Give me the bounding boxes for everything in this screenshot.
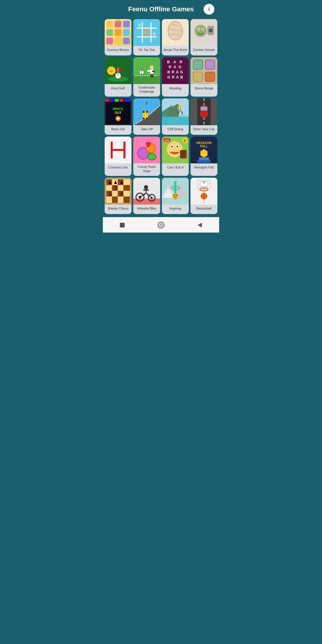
nav-home-button[interactable] xyxy=(157,221,165,229)
game-card-cliff-diving[interactable]: Cliff Diving xyxy=(162,98,189,135)
svg-point-113 xyxy=(171,146,173,148)
game-thumb-take-off: 2 xyxy=(133,98,160,125)
game-thumb-stone-merge xyxy=(191,57,217,84)
svg-rect-0 xyxy=(106,21,113,28)
game-thumb-basketball: 4 Superb xyxy=(191,178,217,205)
game-label-can-eat-it: Can I Eat It xyxy=(162,163,189,172)
game-card-brick-out[interactable]: BRICK OUT Brick Out xyxy=(105,98,131,135)
svg-rect-139 xyxy=(123,196,130,203)
svg-rect-60 xyxy=(105,99,109,102)
svg-rect-39 xyxy=(133,76,160,84)
svg-rect-55 xyxy=(205,60,215,69)
svg-point-28 xyxy=(202,29,203,30)
svg-text:4: 4 xyxy=(203,180,205,185)
svg-rect-61 xyxy=(110,99,114,102)
svg-point-92 xyxy=(206,116,208,118)
svg-rect-46 xyxy=(152,74,154,77)
game-label-zombie-smash: Zombie Smash xyxy=(191,46,217,54)
game-label-connect-line: Connect Line xyxy=(105,163,131,172)
game-thumb-break-the-brick xyxy=(162,19,189,46)
svg-rect-57 xyxy=(205,72,215,82)
game-label-foot-golf: Foot Golf xyxy=(105,84,131,92)
game-label-cliff-diving: Cliff Diving xyxy=(162,125,189,134)
game-card-gummy-blocks[interactable]: 🌈 Gummy Blocks xyxy=(105,19,131,55)
svg-text:HEXAGON: HEXAGON xyxy=(196,141,211,145)
svg-text:B A R: B A R xyxy=(167,60,183,64)
svg-point-27 xyxy=(198,29,199,30)
game-card-tic-tac-toe[interactable]: X X Tic Tac Toe xyxy=(133,19,160,55)
game-thumb-brick-out: BRICK OUT xyxy=(105,98,131,125)
svg-point-182 xyxy=(160,224,162,226)
svg-point-72 xyxy=(146,111,148,113)
svg-rect-78 xyxy=(162,117,189,125)
svg-rect-7 xyxy=(115,38,122,44)
svg-point-79 xyxy=(179,103,182,106)
app-title: Feenu Offline Games xyxy=(128,5,194,13)
svg-text:BRICK: BRICK xyxy=(113,107,123,111)
game-thumb-goalkeeper-challenge xyxy=(133,57,160,84)
game-card-connect-line[interactable]: Connect Line xyxy=(105,137,131,176)
game-thumb-can-eat-it: NEW 4 xyxy=(162,137,189,163)
game-card-can-eat-it[interactable]: NEW 4 Can I Eat It xyxy=(162,137,189,176)
svg-rect-64 xyxy=(124,99,131,102)
game-card-zombie-smash[interactable]: Zombie Smash xyxy=(191,19,217,55)
svg-rect-56 xyxy=(193,72,203,82)
svg-text:NEW: NEW xyxy=(165,139,169,141)
game-card-wheelie-bike[interactable]: Wheelie Bike xyxy=(133,178,160,214)
game-card-stone-merge[interactable]: Stone Merge xyxy=(191,57,217,97)
game-card-hexagon-fall[interactable]: HEXAGON FALL Hexagon Fall xyxy=(191,137,217,176)
game-thumb-connect-line xyxy=(105,137,131,163)
app-header: Feenu Offline Games i xyxy=(103,0,219,17)
game-label-goalkeeper-challenge: Goalkeeper Challenge xyxy=(133,84,160,95)
svg-point-169 xyxy=(174,194,175,196)
nav-back-button[interactable] xyxy=(196,221,204,229)
svg-rect-128 xyxy=(199,157,209,160)
svg-rect-10 xyxy=(133,19,160,46)
svg-point-89 xyxy=(199,105,202,107)
svg-rect-2 xyxy=(123,21,130,28)
nav-square-button[interactable] xyxy=(118,221,126,229)
svg-point-71 xyxy=(143,111,145,113)
svg-point-73 xyxy=(143,117,145,120)
games-grid: 🌈 Gummy Blocks X X Tic Tac Toe xyxy=(103,17,219,217)
svg-point-181 xyxy=(158,222,164,228)
info-button[interactable]: i xyxy=(204,4,214,15)
game-card-basketball[interactable]: 4 Superb Basketball xyxy=(191,178,217,214)
svg-text:FALL: FALL xyxy=(200,145,208,148)
game-label-take-off: Take Off xyxy=(133,125,160,134)
svg-rect-137 xyxy=(123,185,130,191)
svg-rect-45 xyxy=(150,74,152,77)
game-card-take-off[interactable]: 2 Take Off xyxy=(133,98,160,135)
navigation-bar xyxy=(103,217,219,233)
svg-point-157 xyxy=(144,185,148,189)
game-card-hophop[interactable]: HopHop xyxy=(162,178,189,214)
svg-rect-43 xyxy=(147,70,150,72)
game-card-break-the-brick[interactable]: Break The Brick xyxy=(162,19,189,55)
svg-text:♙: ♙ xyxy=(108,191,112,196)
game-label-hexagon-fall: Hexagon Fall xyxy=(191,163,217,172)
game-label-basketball: Basketball xyxy=(191,205,217,213)
game-card-master-chess[interactable]: ♟ ♟ ♟ ♙ ♙ ♔ Master Chess xyxy=(105,178,131,214)
game-card-foot-golf[interactable]: FG Foot Golf xyxy=(105,57,131,97)
svg-text:B R A G: B R A G xyxy=(167,70,183,74)
svg-point-91 xyxy=(199,116,202,118)
svg-rect-54 xyxy=(193,60,203,69)
game-thumb-gummy-blocks: 🌈 xyxy=(105,19,131,46)
svg-marker-127 xyxy=(201,149,208,157)
game-label-stone-merge: Stone Merge xyxy=(191,84,217,92)
game-card-candy-rush-saga[interactable]: Candy Rush Saga xyxy=(133,137,160,176)
svg-text:X: X xyxy=(153,32,155,36)
game-card-goalkeeper-challenge[interactable]: Goalkeeper Challenge xyxy=(133,57,160,97)
svg-rect-88 xyxy=(201,106,208,111)
svg-point-168 xyxy=(173,193,178,199)
game-card-wording[interactable]: B A R R A G B R A G G R A B Wording xyxy=(162,57,189,97)
svg-text:G R A B: G R A B xyxy=(167,75,183,79)
svg-rect-5 xyxy=(123,29,130,36)
svg-rect-115 xyxy=(180,150,187,158)
game-thumb-cliff-diving xyxy=(162,98,189,125)
svg-point-108 xyxy=(147,153,156,160)
svg-text:X: X xyxy=(138,23,141,27)
svg-text:🌈: 🌈 xyxy=(117,20,120,23)
svg-marker-183 xyxy=(198,223,202,227)
game-card-drive-your-car[interactable]: Drive Your Car xyxy=(191,98,217,135)
